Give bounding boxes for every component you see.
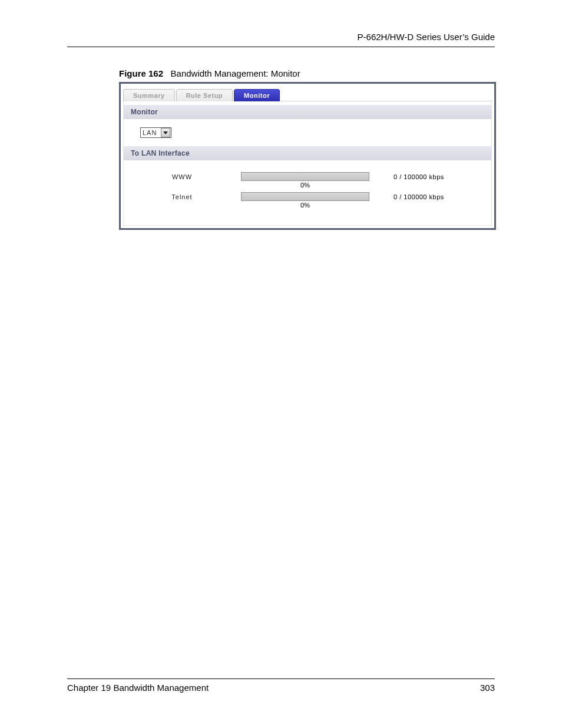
footer-rule — [67, 678, 495, 679]
monitor-row: WWW 0% 0 / 100000 kbps — [124, 169, 491, 189]
usage-percent: 0% — [240, 181, 370, 189]
tab-rule-setup[interactable]: Rule Setup — [176, 89, 233, 101]
section-monitor-title: Monitor — [124, 105, 491, 119]
running-header: P-662H/HW-D Series User’s Guide — [67, 32, 495, 47]
footer-chapter: Chapter 19 Bandwidth Management — [67, 683, 209, 693]
service-label: WWW — [124, 172, 240, 180]
footer-page-number: 303 — [480, 683, 495, 693]
screenshot-panel: Summary Rule Setup Monitor Monitor LAN T… — [119, 82, 496, 230]
interface-select-value: LAN — [141, 129, 160, 136]
service-label: Telnet — [124, 192, 240, 200]
tab-monitor[interactable]: Monitor — [234, 89, 280, 101]
usage-bar — [241, 192, 369, 201]
tabs-row: Summary Rule Setup Monitor — [123, 86, 492, 101]
chevron-down-icon[interactable] — [161, 128, 170, 137]
page-footer: Chapter 19 Bandwidth Management 303 — [67, 678, 495, 693]
figure-label: Figure 162 — [119, 68, 163, 78]
section-interface-title: To LAN Interface — [124, 146, 491, 160]
figure-caption: Figure 162 Bandwidth Management: Monitor — [119, 68, 495, 78]
usage-bar-col: 0% — [240, 172, 370, 189]
tabs-spacer — [281, 101, 492, 101]
usage-bar-col: 0% — [240, 192, 370, 209]
tab-summary[interactable]: Summary — [123, 89, 175, 101]
figure-caption-text: Bandwidth Management: Monitor — [171, 68, 300, 78]
interface-select[interactable]: LAN — [140, 127, 171, 138]
usage-rate: 0 / 100000 kbps — [370, 192, 491, 200]
usage-rate: 0 / 100000 kbps — [370, 172, 491, 180]
interface-selector-row: LAN — [124, 119, 491, 146]
panel-body: Monitor LAN To LAN Interface WWW 0% 0 — [123, 101, 492, 226]
usage-percent: 0% — [240, 201, 370, 209]
usage-bar — [241, 172, 369, 181]
header-rule — [67, 47, 495, 47]
monitor-row: Telnet 0% 0 / 100000 kbps — [124, 189, 491, 209]
